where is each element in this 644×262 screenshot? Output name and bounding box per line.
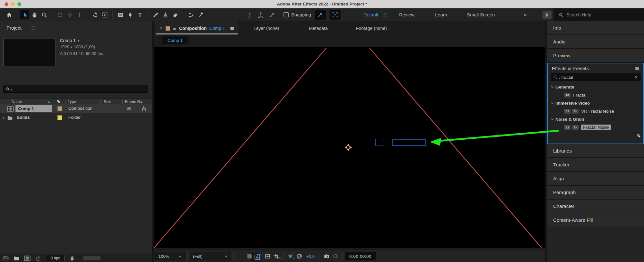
effects-category-noise-grain[interactable]: Noise & Grain — [548, 115, 643, 123]
stamp-tool[interactable] — [161, 10, 170, 19]
new-composition-icon[interactable] — [24, 255, 31, 262]
axisview-button[interactable] — [267, 11, 276, 19]
zoom-tool[interactable] — [40, 10, 49, 19]
expander-icon[interactable] — [2, 116, 5, 119]
effect-item-vr-fractal-noise[interactable]: 325▸VR Fractal Noise — [548, 107, 643, 115]
resolution-dropdown[interactable]: (Full) — [190, 252, 231, 260]
effects-search-input[interactable] — [562, 75, 633, 80]
project-table-header[interactable]: Name Type Size Frame Ra.. — [0, 98, 152, 104]
chevron-down-icon[interactable] — [551, 101, 554, 105]
panbehind-tool[interactable] — [100, 10, 109, 19]
timecode-display[interactable]: 0:00:00:00 — [345, 252, 376, 260]
mask-path-visibility-button[interactable] — [254, 252, 263, 260]
effects-panel-menu-icon[interactable] — [635, 66, 639, 71]
pancam-tool[interactable] — [65, 10, 74, 19]
bit-depth-button[interactable]: 8 bpc — [46, 255, 65, 261]
axislocal-button[interactable] — [245, 11, 254, 19]
label-color-swatch[interactable] — [57, 115, 62, 120]
unlock-icon[interactable] — [172, 26, 177, 31]
tab-composition[interactable]: Composition Comp 1 — [155, 21, 238, 35]
brush-tool[interactable] — [151, 10, 160, 19]
effect-label[interactable]: VR Fractal Noise — [581, 109, 614, 114]
interpret-footage-icon[interactable] — [3, 255, 9, 261]
workspace-tab-learn[interactable]: Learn — [435, 12, 447, 17]
puppetpin-tool[interactable] — [196, 10, 205, 19]
pen-tool[interactable] — [126, 10, 135, 19]
axisworld-button[interactable] — [256, 11, 265, 19]
effect-item-fractal-noise[interactable]: 325▸Fractal Noise — [548, 123, 643, 131]
chevron-down-icon[interactable]: ▾ — [78, 39, 79, 42]
hand-tool[interactable] — [30, 10, 39, 19]
type-tool[interactable]: T — [135, 10, 144, 19]
show-channel-button[interactable] — [286, 252, 295, 260]
sidebar-panel-tracker[interactable]: Tracker — [547, 158, 644, 172]
home-tool[interactable] — [5, 10, 14, 19]
grid-guides-button[interactable] — [272, 252, 281, 260]
exposure-value[interactable]: +0,0 — [306, 254, 315, 259]
sidebar-panel-content-aware-fill[interactable]: Content-Aware Fill — [547, 213, 644, 227]
sidebar-panel-align[interactable]: Align — [547, 172, 644, 186]
sidebar-panel-libraries[interactable]: Libraries — [547, 144, 644, 158]
effects-search-box[interactable]: ▾ — [551, 73, 641, 81]
workspace-overflow-chevron[interactable]: » — [524, 12, 527, 18]
delete-icon[interactable] — [69, 255, 75, 261]
item-name[interactable]: Solids — [17, 115, 30, 120]
rotobrush-tool[interactable] — [186, 10, 195, 19]
column-name[interactable]: Name — [12, 99, 22, 104]
transparency-grid-button[interactable] — [245, 252, 254, 260]
project-panel-menu-icon[interactable] — [31, 25, 36, 31]
rectangle-tool[interactable] — [116, 10, 125, 19]
label-color-column-icon[interactable] — [57, 99, 61, 104]
workspace-menu-icon[interactable] — [383, 13, 388, 17]
column-size[interactable]: Size — [104, 99, 111, 104]
new-panel-corner-icon[interactable] — [636, 133, 641, 138]
snapping-checkbox[interactable] — [284, 12, 289, 17]
workspace-tab-default[interactable]: Default — [363, 12, 378, 17]
clear-search-icon[interactable] — [634, 75, 638, 79]
label-color-swatch[interactable] — [57, 106, 62, 111]
effects-category-immersive-video[interactable]: Immersive Video — [548, 99, 643, 107]
region-of-interest-button[interactable] — [263, 252, 272, 260]
project-table-row[interactable]: SolidsFolder — [0, 113, 152, 122]
selection-tool[interactable] — [20, 10, 29, 19]
new-folder-icon[interactable] — [13, 255, 19, 261]
snap-edges-button[interactable] — [315, 10, 326, 20]
effect-item-fractal[interactable]: 16Fractal — [548, 91, 643, 99]
workspace-settings-button[interactable] — [543, 11, 552, 19]
effects-category-generate[interactable]: Generate — [548, 83, 643, 91]
sidebar-panel-info[interactable]: Info — [547, 21, 644, 35]
rotation-tool[interactable] — [91, 10, 100, 19]
workspace-tab-small-screen[interactable]: Small Screen — [467, 12, 495, 17]
chevron-down-icon[interactable] — [551, 85, 554, 89]
horizontal-scrollbar-thumb[interactable] — [83, 256, 101, 260]
effect-label[interactable]: Fractal — [573, 93, 586, 98]
show-snapshot-button[interactable] — [331, 252, 340, 260]
help-search-input[interactable] — [566, 12, 637, 17]
dolly-tool[interactable] — [75, 10, 84, 19]
item-name-selected[interactable]: Comp 1 — [15, 105, 52, 112]
sidebar-panel-paragraph[interactable]: Paragraph — [547, 186, 644, 200]
composition-viewport[interactable] — [154, 47, 545, 248]
chevron-down-icon[interactable] — [551, 117, 554, 121]
take-snapshot-button[interactable] — [322, 252, 331, 260]
magnification-dropdown[interactable]: 100% — [155, 252, 185, 260]
workspace-tab-review[interactable]: Review — [399, 12, 415, 17]
close-icon[interactable] — [159, 26, 163, 30]
eraser-tool[interactable] — [170, 10, 179, 19]
snap-features-button[interactable] — [330, 10, 341, 20]
adjust-exposure-button[interactable] — [295, 252, 304, 260]
sidebar-panel-audio[interactable]: Audio — [547, 35, 644, 49]
sort-ascending-icon[interactable] — [47, 100, 51, 104]
panel-menu-icon[interactable] — [230, 26, 235, 31]
column-type[interactable]: Type — [68, 99, 76, 104]
label-color-swatch[interactable] — [166, 26, 170, 31]
effect-label[interactable]: Fractal Noise — [581, 125, 611, 130]
project-search-input[interactable] — [13, 87, 148, 91]
project-table-row[interactable]: Comp 1Composition60 — [0, 104, 152, 113]
help-search-bar[interactable] — [553, 8, 644, 21]
render-engine-icon[interactable] — [35, 255, 41, 261]
comp-flowchart-icon[interactable] — [141, 106, 147, 111]
column-frame-rate[interactable]: Frame Ra.. — [125, 99, 144, 104]
project-search-box[interactable]: ▾ — [3, 85, 148, 93]
sidebar-panel-character[interactable]: Character — [547, 200, 644, 213]
